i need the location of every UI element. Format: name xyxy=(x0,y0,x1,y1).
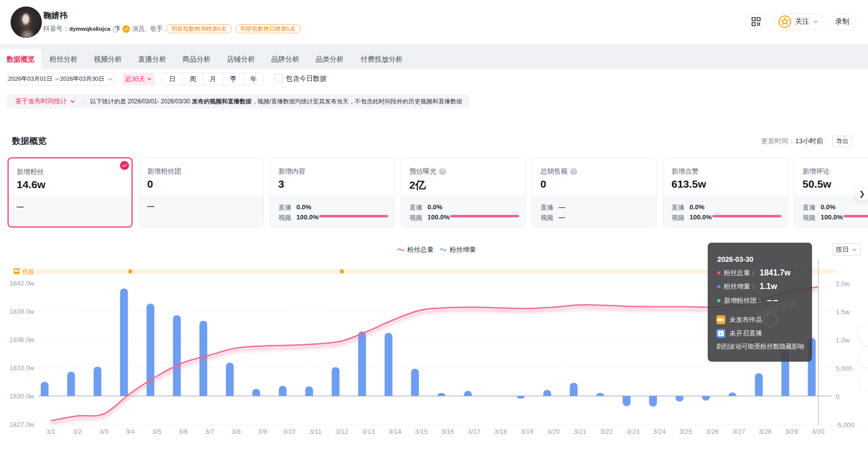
svg-text:视频: 视频 xyxy=(22,268,34,275)
svg-text:3/6: 3/6 xyxy=(178,428,188,435)
svg-text:3/10: 3/10 xyxy=(283,428,295,435)
svg-text:3/15: 3/15 xyxy=(415,428,427,435)
svg-text:3/5: 3/5 xyxy=(152,428,161,435)
svg-text:3/11: 3/11 xyxy=(309,428,322,435)
svg-text:3/23: 3/23 xyxy=(627,428,639,435)
svg-text:3/19: 3/19 xyxy=(521,428,533,435)
svg-text:3/4: 3/4 xyxy=(126,428,135,435)
svg-text:3/9: 3/9 xyxy=(258,428,267,435)
svg-text:2.0w: 2.0w xyxy=(836,280,850,288)
svg-text:-5,000: -5,000 xyxy=(836,421,854,429)
svg-text:1.0w: 1.0w xyxy=(836,336,850,344)
svg-text:1.5w: 1.5w xyxy=(836,308,850,316)
svg-text:3/18: 3/18 xyxy=(494,428,507,435)
svg-text:3/26: 3/26 xyxy=(706,428,718,435)
svg-text:3/29: 3/29 xyxy=(785,428,798,435)
svg-text:3/30: 3/30 xyxy=(812,428,824,435)
svg-text:1833.0w: 1833.0w xyxy=(10,364,35,372)
svg-text:3/22: 3/22 xyxy=(600,428,612,435)
svg-text:3/14: 3/14 xyxy=(389,428,401,435)
svg-text:3/8: 3/8 xyxy=(231,428,240,435)
svg-text:3/27: 3/27 xyxy=(732,428,745,435)
svg-text:3/24: 3/24 xyxy=(653,428,665,435)
svg-text:3/1: 3/1 xyxy=(46,428,55,435)
svg-text:3/20: 3/20 xyxy=(547,428,560,435)
svg-text:0: 0 xyxy=(836,393,839,401)
svg-text:3/21: 3/21 xyxy=(574,428,586,435)
svg-text:3/3: 3/3 xyxy=(99,428,108,435)
svg-text:1830.0w: 1830.0w xyxy=(10,392,35,400)
svg-text:3/2: 3/2 xyxy=(73,428,82,435)
svg-text:3/17: 3/17 xyxy=(468,428,480,435)
svg-text:3/28: 3/28 xyxy=(759,428,771,435)
svg-text:1842.0w: 1842.0w xyxy=(10,279,35,287)
svg-text:3/25: 3/25 xyxy=(679,428,692,435)
svg-text:3/7: 3/7 xyxy=(205,428,214,435)
svg-text:3/12: 3/12 xyxy=(336,428,348,435)
svg-text:3/16: 3/16 xyxy=(442,428,454,435)
svg-text:1827.0w: 1827.0w xyxy=(10,421,35,428)
svg-text:5,000: 5,000 xyxy=(836,365,852,372)
svg-text:1839.0w: 1839.0w xyxy=(10,308,35,315)
svg-text:1836.0w: 1836.0w xyxy=(10,336,35,344)
svg-text:3/13: 3/13 xyxy=(362,428,375,435)
